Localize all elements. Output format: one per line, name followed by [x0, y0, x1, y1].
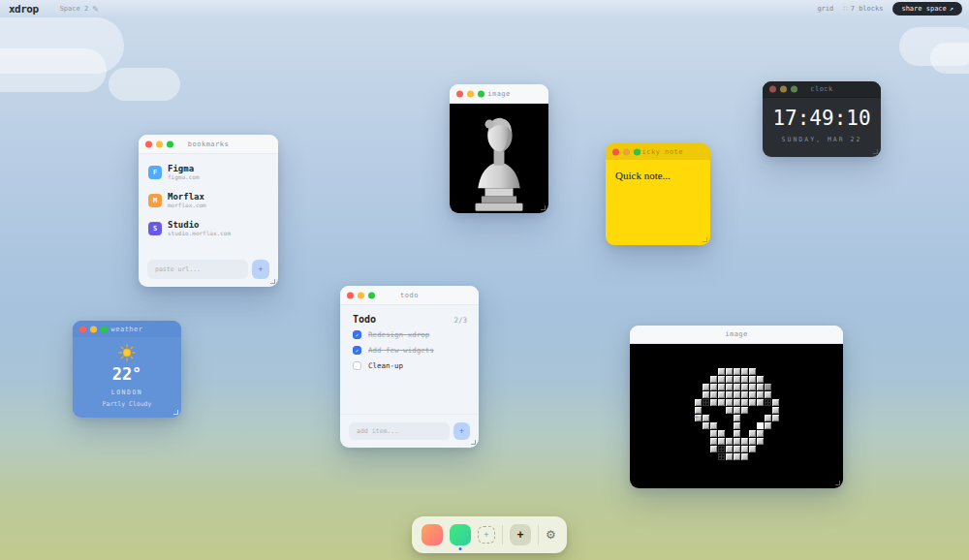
- close-icon[interactable]: [347, 292, 354, 298]
- gear-icon[interactable]: ⚙: [546, 529, 556, 541]
- close-icon[interactable]: [145, 140, 152, 147]
- resize-handle[interactable]: [270, 279, 275, 284]
- pixel-empty: [749, 453, 756, 460]
- resize-handle[interactable]: [703, 237, 707, 242]
- checked-checkbox[interactable]: ✓: [353, 330, 361, 339]
- pencil-icon[interactable]: ✎: [92, 5, 99, 14]
- add-widget-button[interactable]: +: [510, 524, 531, 545]
- resize-handle[interactable]: [173, 410, 178, 415]
- pixel-empty: [757, 453, 764, 460]
- minimize-icon[interactable]: [358, 292, 364, 298]
- pixel-tile: [757, 376, 764, 383]
- pixel-empty: [703, 368, 709, 375]
- minimize-icon[interactable]: [780, 86, 787, 93]
- todo-titlebar[interactable]: todo: [340, 286, 479, 305]
- pixel-tile: [734, 399, 740, 406]
- zoom-icon[interactable]: [634, 148, 641, 155]
- bookmarks-titlebar[interactable]: bookmarks: [139, 135, 278, 154]
- minimize-icon[interactable]: [623, 148, 630, 155]
- pixel-empty: [703, 453, 709, 460]
- grid-toggle[interactable]: grid: [817, 5, 833, 13]
- todo-item[interactable]: Clean-up: [353, 361, 466, 370]
- active-indicator-dot: [459, 547, 462, 550]
- todo-item[interactable]: ✓Add few widgets: [353, 346, 466, 355]
- space-name[interactable]: Space 2: [60, 5, 89, 13]
- pixel-empty: [703, 407, 709, 414]
- pixel-empty: [749, 422, 756, 429]
- share-space-button[interactable]: share space ↗: [892, 2, 962, 16]
- todo-header: Todo 2/3: [340, 305, 479, 328]
- resize-handle[interactable]: [873, 149, 878, 154]
- pixel-tile: [772, 399, 779, 406]
- toolbar-swatch-orange[interactable]: [422, 524, 443, 545]
- add-bookmark-button[interactable]: +: [252, 260, 269, 279]
- image-titlebar[interactable]: image: [630, 326, 843, 344]
- sticky-titlebar[interactable]: sticky note: [606, 143, 710, 160]
- paste-url-input[interactable]: [147, 260, 248, 279]
- bookmark-item[interactable]: FFigmafigma.com: [148, 164, 268, 181]
- toolbar-swatch-green[interactable]: [450, 524, 471, 545]
- minimize-icon[interactable]: [90, 326, 97, 332]
- pixel-tile: [765, 384, 771, 390]
- close-icon[interactable]: [79, 326, 86, 332]
- close-icon[interactable]: [612, 148, 619, 155]
- bookmark-url: figma.com: [168, 173, 200, 181]
- pixel-tile: [718, 446, 725, 452]
- add-item-input[interactable]: [349, 422, 450, 440]
- clock-titlebar[interactable]: clock: [763, 81, 881, 98]
- pixel-empty: [710, 368, 717, 375]
- pixel-empty: [695, 430, 702, 437]
- unchecked-checkbox[interactable]: [353, 361, 361, 370]
- pixel-empty: [772, 376, 779, 383]
- zoom-icon[interactable]: [167, 140, 173, 147]
- pixel-empty: [718, 415, 725, 421]
- weather-widget: weather 22° LONDON Partly Cloudy: [73, 321, 181, 418]
- top-bar-right: grid ∷ 7 blocks share space ↗: [817, 2, 962, 16]
- todo-item[interactable]: ✓Redesign xdrop: [353, 330, 466, 339]
- pixel-tile: [741, 407, 748, 414]
- pixel-tile: [749, 430, 756, 437]
- image-body: [450, 104, 548, 213]
- image-titlebar[interactable]: image: [450, 84, 548, 104]
- close-icon[interactable]: [456, 90, 463, 97]
- todo-item-label: Clean-up: [368, 361, 403, 370]
- pixel-tile: [765, 391, 771, 398]
- checked-checkbox[interactable]: ✓: [353, 346, 361, 355]
- resize-handle[interactable]: [541, 205, 546, 210]
- pixel-tile: [718, 376, 725, 383]
- close-icon[interactable]: [769, 86, 776, 93]
- pixel-empty: [718, 407, 725, 414]
- add-todo-button[interactable]: +: [453, 422, 470, 440]
- weather-titlebar[interactable]: weather: [73, 321, 181, 337]
- weather-city: LONDON: [111, 389, 142, 396]
- resize-handle[interactable]: [835, 481, 840, 485]
- toolbar-divider: [538, 525, 539, 544]
- zoom-icon[interactable]: [368, 292, 375, 298]
- pixel-tile: [757, 422, 764, 429]
- pixel-cursor-icon: +: [694, 412, 699, 421]
- zoom-icon[interactable]: [101, 326, 108, 332]
- bookmark-item[interactable]: SStudiostudio.morflax.com: [148, 220, 268, 237]
- cloud: [109, 68, 180, 101]
- pixel-empty: [757, 446, 764, 452]
- zoom-icon[interactable]: [478, 90, 484, 97]
- window-controls: [612, 148, 641, 155]
- pixel-tile: [734, 384, 740, 390]
- bookmark-item[interactable]: MMorflaxmorflax.com: [148, 192, 268, 209]
- bookmark-name: Morflax: [168, 192, 206, 202]
- minimize-icon[interactable]: [156, 140, 163, 147]
- pixel-tile: [749, 438, 756, 445]
- zoom-icon[interactable]: [791, 86, 797, 93]
- pixel-tile: [718, 384, 725, 390]
- resize-handle[interactable]: [471, 440, 476, 445]
- pixel-empty: [703, 430, 709, 437]
- minimize-icon[interactable]: [467, 90, 474, 97]
- pixel-empty: [695, 384, 702, 390]
- pixel-tile: [734, 453, 740, 460]
- toolbar-add-slot-button[interactable]: +: [478, 526, 495, 544]
- pixel-tile: [749, 399, 756, 406]
- sticky-note-text[interactable]: Quick note...: [606, 160, 710, 191]
- pixel-tile: [718, 438, 725, 445]
- pixel-tile: [765, 415, 771, 421]
- pixel-tile: [703, 399, 709, 406]
